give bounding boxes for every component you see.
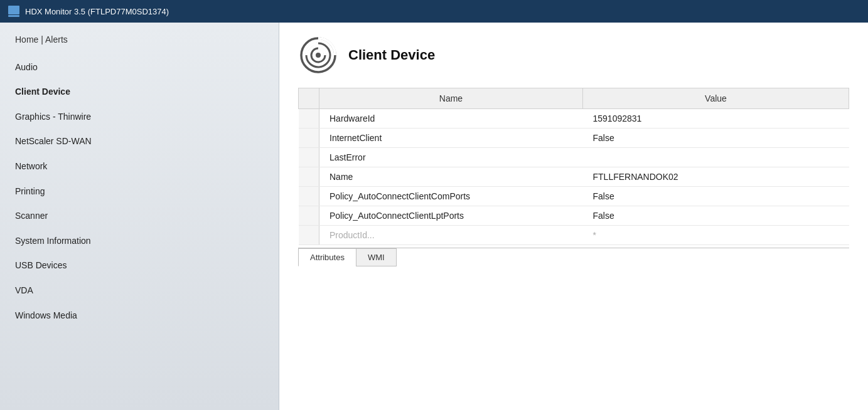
sidebar: Home | Alerts AudioClient DeviceGraphics… xyxy=(0,23,279,410)
row-value: False xyxy=(583,206,849,226)
table-row: Name FTLLFERNANDOK02 xyxy=(299,167,849,187)
row-indicator xyxy=(299,206,319,226)
sidebar-item-vda[interactable]: VDA xyxy=(0,278,279,303)
row-indicator xyxy=(299,167,319,187)
sidebar-item-usb-devices[interactable]: USB Devices xyxy=(0,253,279,278)
sidebar-item-windows-media[interactable]: Windows Media xyxy=(0,303,279,329)
row-indicator xyxy=(299,226,319,245)
table-row: LastError xyxy=(299,148,849,167)
sidebar-item-audio[interactable]: Audio xyxy=(0,55,279,80)
row-value: 1591092831 xyxy=(583,109,849,129)
table-row: InternetClient False xyxy=(299,129,849,148)
row-indicator xyxy=(299,129,319,148)
table-row: HardwareId 1591092831 xyxy=(299,109,849,129)
row-value: False xyxy=(583,187,849,206)
sidebar-item-network[interactable]: Network xyxy=(0,154,279,179)
tab-bar: AttributesWMI xyxy=(298,248,849,266)
table-row: Policy_AutoConnectClientLptPorts False xyxy=(299,206,849,226)
data-table: Name Value HardwareId 1591092831 Interne… xyxy=(298,88,849,245)
title-bar: HDX Monitor 3.5 (FTLPD77M0SD1374) xyxy=(0,0,868,23)
col-header-indicator xyxy=(299,88,319,109)
svg-point-5 xyxy=(316,53,321,58)
row-name: ProductId... xyxy=(319,226,583,245)
page-title: Client Device xyxy=(348,47,435,63)
row-value: * xyxy=(583,226,849,245)
row-name: Policy_AutoConnectClientComPorts xyxy=(319,187,583,206)
svg-rect-0 xyxy=(8,6,19,14)
sidebar-item-home-alerts[interactable]: Home | Alerts xyxy=(0,23,279,55)
row-value: FTLLFERNANDOK02 xyxy=(583,167,849,187)
table-row: Policy_AutoConnectClientComPorts False xyxy=(299,187,849,206)
sidebar-item-system-information[interactable]: System Information xyxy=(0,229,279,254)
sidebar-item-scanner[interactable]: Scanner xyxy=(0,204,279,229)
sidebar-item-graphics-thinwire[interactable]: Graphics - Thinwire xyxy=(0,105,279,130)
row-name: LastError xyxy=(319,148,583,167)
tab-wmi[interactable]: WMI xyxy=(356,248,397,266)
row-name: Policy_AutoConnectClientLptPorts xyxy=(319,206,583,226)
col-header-name: Name xyxy=(319,88,583,109)
page-header: Client Device xyxy=(298,35,849,75)
row-value xyxy=(583,148,849,167)
row-name: HardwareId xyxy=(319,109,583,129)
tab-attributes[interactable]: Attributes xyxy=(298,248,356,266)
row-indicator xyxy=(299,148,319,167)
row-value: False xyxy=(583,129,849,148)
col-header-value: Value xyxy=(583,88,849,109)
svg-rect-1 xyxy=(8,15,19,17)
sidebar-item-printing[interactable]: Printing xyxy=(0,179,279,204)
client-device-icon xyxy=(298,35,338,75)
sidebar-item-client-device[interactable]: Client Device xyxy=(0,80,279,105)
content-area: Client Device Name Value HardwareId 1591… xyxy=(279,23,868,410)
main-container: Home | Alerts AudioClient DeviceGraphics… xyxy=(0,23,868,410)
row-name: InternetClient xyxy=(319,129,583,148)
table-row: ProductId... * xyxy=(299,226,849,245)
app-icon xyxy=(8,5,20,18)
row-name: Name xyxy=(319,167,583,187)
row-indicator xyxy=(299,187,319,206)
sidebar-item-netscaler-sdwan[interactable]: NetScaler SD-WAN xyxy=(0,129,279,154)
app-title: HDX Monitor 3.5 (FTLPD77M0SD1374) xyxy=(25,7,169,16)
row-indicator xyxy=(299,109,319,129)
